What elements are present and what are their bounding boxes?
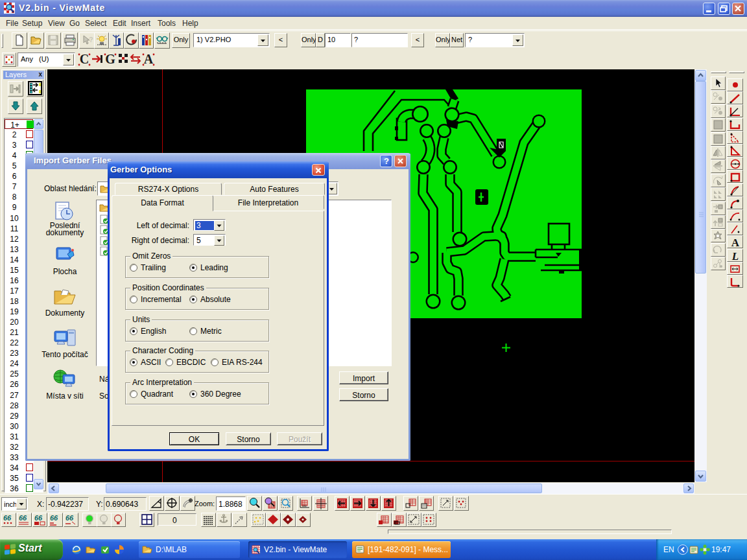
- svg-text:A: A: [144, 52, 154, 66]
- svg-text:66: 66: [50, 514, 58, 522]
- svg-text:oo: oo: [302, 504, 307, 508]
- svg-text:66: 66: [3, 514, 12, 522]
- svg-text:66: 66: [65, 514, 74, 522]
- svg-text:L: L: [731, 250, 739, 262]
- svg-text:66: 66: [34, 514, 43, 522]
- svg-text:66: 66: [19, 514, 27, 522]
- svg-text:A: A: [731, 237, 740, 249]
- svg-text:C: C: [80, 52, 89, 66]
- svg-text:G: G: [105, 52, 115, 66]
- svg-text:?: ?: [89, 36, 93, 43]
